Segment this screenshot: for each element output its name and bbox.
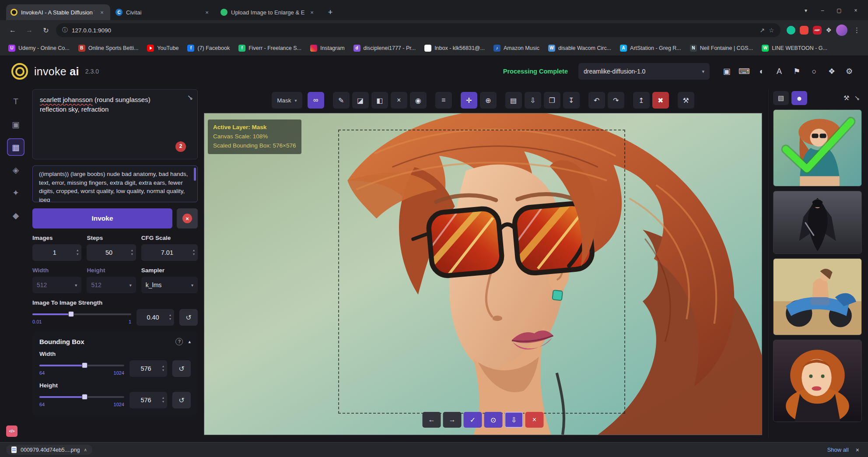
reload-button[interactable]: ↻ bbox=[39, 24, 52, 37]
negative-prompt-input[interactable]: ((implants)) (large boobs) nude bad anat… bbox=[32, 165, 198, 202]
bookmark-wacom[interactable]: Wdisable Wacom Circ... bbox=[544, 43, 615, 53]
bbox-width-reset-button[interactable]: ↺ bbox=[172, 360, 191, 377]
browser-tab-civitai[interactable]: C Civitai × bbox=[111, 4, 215, 20]
width-select[interactable]: 512 ▾ bbox=[32, 277, 81, 293]
cfg-scale-input[interactable]: 7.01 ▴▾ bbox=[141, 244, 198, 261]
language-button[interactable]: A bbox=[772, 64, 787, 79]
download-item[interactable]: 000979.40d74eb5....png ∧ bbox=[6, 445, 92, 455]
fill-tool-button[interactable]: ◧ bbox=[371, 92, 388, 109]
bbox-width-slider[interactable] bbox=[39, 362, 124, 369]
bookmark-sports[interactable]: BOnline Sports Betti... bbox=[74, 43, 143, 53]
bookmark-fiverr[interactable]: fFiverr - Freelance S... bbox=[234, 43, 305, 53]
help-icon[interactable]: ? bbox=[175, 338, 183, 345]
tab-unified-canvas[interactable]: ▦ bbox=[7, 138, 24, 156]
gallery-thumbnail-4[interactable] bbox=[773, 340, 862, 422]
bookmark-amazon-music[interactable]: ♪Amazon Music bbox=[490, 43, 543, 53]
bookmark-disciple[interactable]: ddisciplenei1777 - Pr... bbox=[350, 43, 420, 53]
discard-image-button[interactable]: × bbox=[525, 412, 544, 428]
extension-icon-green[interactable] bbox=[787, 26, 795, 35]
theme-button[interactable]: ◐ bbox=[754, 64, 769, 79]
bbox-height-reset-button[interactable]: ↺ bbox=[172, 392, 191, 408]
bbox-height-input[interactable]: 576 ▴▾ bbox=[130, 392, 167, 408]
move-tool-button[interactable]: ✛ bbox=[461, 92, 477, 109]
color-picker-button[interactable]: ◉ bbox=[410, 92, 427, 109]
save-to-gallery-button[interactable]: ⇩ bbox=[525, 92, 541, 109]
accept-image-button[interactable]: ✓ bbox=[464, 412, 482, 428]
gallery-pin-icon[interactable]: ⊸ bbox=[853, 93, 862, 103]
stepper[interactable]: ▴▾ bbox=[169, 313, 171, 321]
bounding-box-selection[interactable] bbox=[338, 130, 625, 414]
scrollbar-thumb[interactable] bbox=[194, 168, 196, 181]
undo-button[interactable]: ↶ bbox=[588, 92, 605, 109]
enable-mask-button[interactable]: ∞ bbox=[308, 92, 324, 109]
tab-close-icon[interactable]: × bbox=[308, 8, 316, 16]
new-tab-button[interactable]: + bbox=[324, 6, 337, 19]
prompt-input[interactable]: scarlett johansson (round sunglasses) re… bbox=[32, 89, 198, 159]
gallery-user-tab[interactable]: ☻ bbox=[791, 91, 807, 105]
bbox-width-input[interactable]: 576 ▴▾ bbox=[130, 360, 167, 377]
next-image-button[interactable]: → bbox=[443, 412, 462, 428]
clear-mask-button[interactable]: × bbox=[391, 92, 407, 109]
bookmark-neil-fontaine[interactable]: NNeil Fontaine | CGS... bbox=[686, 43, 757, 53]
bookmark-facebook[interactable]: f(7) Facebook bbox=[183, 43, 234, 53]
dev-corner-button[interactable]: </> bbox=[6, 425, 18, 437]
cancel-button[interactable]: × bbox=[177, 208, 198, 228]
bookmark-instagram[interactable]: Instagram bbox=[306, 43, 349, 53]
model-select[interactable]: dreamlike-diffusion-1.0 ▾ bbox=[578, 63, 710, 80]
tab-training[interactable]: ◆ bbox=[7, 207, 24, 224]
tab-search-icon[interactable]: ▾ bbox=[798, 4, 814, 17]
hotkeys-button[interactable]: ⌨ bbox=[737, 64, 752, 79]
canvas-surface[interactable]: Active Layer: Mask Canvas Scale: 108% Sc… bbox=[204, 113, 762, 435]
bookmark-artstation[interactable]: AArtStation - Greg R... bbox=[616, 43, 685, 53]
share-icon[interactable]: ↗ bbox=[760, 27, 765, 34]
discord-button[interactable]: ❖ bbox=[824, 64, 839, 79]
bookmark-inbox[interactable]: MInbox - klk56831@... bbox=[420, 43, 489, 53]
tab-close-icon[interactable]: × bbox=[98, 8, 106, 16]
close-window-button[interactable]: × bbox=[848, 4, 864, 17]
extensions-puzzle-icon[interactable]: ❖ bbox=[826, 26, 832, 34]
stepper[interactable]: ▴▾ bbox=[162, 396, 164, 404]
redo-button[interactable]: ↷ bbox=[608, 92, 624, 109]
show-hide-eye-button[interactable]: ⊙ bbox=[484, 412, 503, 428]
tab-post-processing[interactable]: ✦ bbox=[7, 184, 24, 201]
minimize-button[interactable]: – bbox=[815, 4, 830, 17]
slider-thumb[interactable] bbox=[82, 362, 88, 368]
bookmark-star-icon[interactable]: ☆ bbox=[769, 27, 774, 34]
site-info-icon[interactable]: ⓘ bbox=[62, 26, 68, 34]
height-select[interactable]: 512 ▾ bbox=[87, 277, 136, 293]
copy-to-clipboard-button[interactable]: ❐ bbox=[544, 92, 560, 109]
canvas-settings-wrench-button[interactable]: ⚒ bbox=[678, 92, 694, 109]
clear-canvas-trash-button[interactable]: ✖ bbox=[652, 92, 669, 109]
tab-close-icon[interactable]: × bbox=[203, 8, 211, 16]
slider-thumb[interactable] bbox=[68, 311, 74, 317]
extension-icon-red[interactable] bbox=[800, 26, 808, 35]
gallery-settings-wrench-icon[interactable]: ⚒ bbox=[844, 94, 849, 102]
bookmark-udemy[interactable]: UUdemy - Online Co... bbox=[4, 43, 74, 53]
tab-text-to-image[interactable]: T bbox=[7, 93, 24, 110]
merge-layers-button[interactable]: ▤ bbox=[505, 92, 522, 109]
maximize-button[interactable]: ▢ bbox=[831, 4, 847, 17]
download-caret-icon[interactable]: ∧ bbox=[84, 447, 87, 452]
i2i-strength-slider[interactable] bbox=[32, 311, 131, 318]
brush-tool-button[interactable]: ✎ bbox=[333, 92, 350, 109]
bookmark-youtube[interactable]: YouTube bbox=[143, 43, 182, 53]
collapse-chevron-icon[interactable]: ▴ bbox=[188, 339, 191, 345]
gallery-thumbnail-2[interactable] bbox=[773, 191, 862, 254]
sampler-select[interactable]: k_lms ▾ bbox=[141, 277, 198, 293]
gallery-thumbnail-3[interactable] bbox=[773, 258, 862, 335]
github-button[interactable]: ○ bbox=[807, 64, 822, 79]
bounding-box-header[interactable]: Bounding Box ? ▴ bbox=[39, 338, 191, 345]
steps-input[interactable]: 50 ▴▾ bbox=[87, 244, 136, 261]
eraser-tool-button[interactable]: ◪ bbox=[352, 92, 369, 109]
download-image-button[interactable]: ↧ bbox=[563, 92, 580, 109]
url-input[interactable]: ⓘ 127.0.0.1:9090 ↗ ☆ bbox=[56, 23, 780, 37]
i2i-strength-input[interactable]: 0.40 ▴▾ bbox=[136, 309, 174, 326]
profile-avatar[interactable] bbox=[836, 25, 847, 36]
tab-nodes[interactable]: ◈ bbox=[7, 161, 24, 179]
bookmark-webtoon[interactable]: WLINE WEBTOON - G... bbox=[758, 43, 831, 53]
layer-select[interactable]: Mask ▾ bbox=[272, 92, 302, 109]
invoke-button[interactable]: Invoke bbox=[32, 208, 172, 228]
previous-image-button[interactable]: ← bbox=[423, 412, 441, 428]
close-download-bar-icon[interactable]: × bbox=[853, 446, 862, 453]
save-staged-image-button[interactable]: ⇩ bbox=[505, 412, 523, 428]
